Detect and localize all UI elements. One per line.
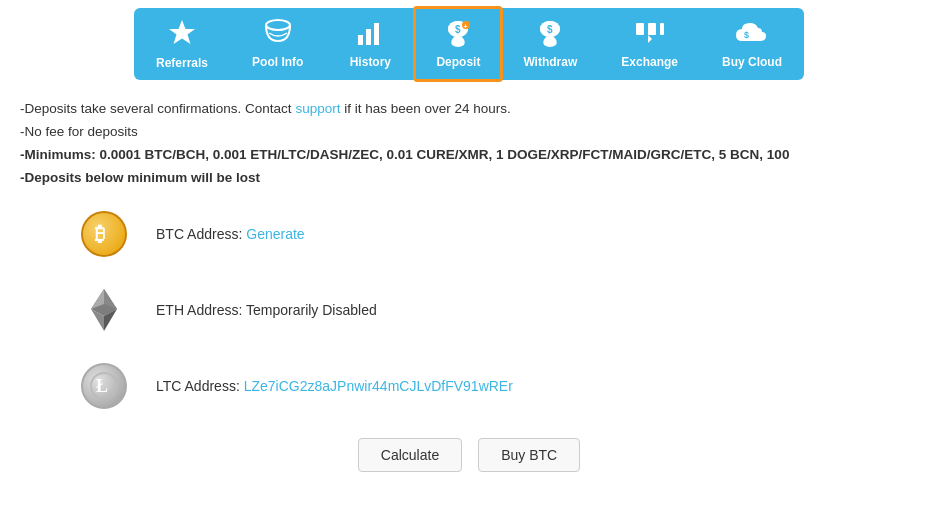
withdraw-icon: $: [534, 19, 566, 51]
nav-container: Referrals Pool Info: [134, 8, 804, 80]
btc-generate-link[interactable]: Generate: [246, 226, 304, 242]
eth-label: ETH Address: Temporarily Disabled: [156, 302, 377, 318]
nav-item-exchange[interactable]: Exchange: [599, 8, 700, 80]
svg-text:$: $: [455, 24, 461, 35]
exchange-icon: [634, 19, 666, 51]
info-line1-prefix: -Deposits take several confirmations. Co…: [20, 101, 295, 116]
eth-icon: [80, 286, 128, 334]
svg-rect-17: [660, 23, 664, 35]
info-line2: -No fee for deposits: [20, 121, 918, 144]
ltc-label: LTC Address: LZe7iCG2z8aJPnwir44mCJLvDfF…: [156, 378, 513, 394]
deposit-icon: $ +: [442, 19, 474, 51]
support-link[interactable]: support: [295, 101, 340, 116]
eth-diamond: [87, 287, 121, 333]
nav-item-buy-cloud[interactable]: $ Buy Cloud: [700, 8, 804, 80]
nav-item-referrals[interactable]: Referrals: [134, 8, 230, 80]
nav-item-withdraw[interactable]: $ Withdraw: [501, 8, 599, 80]
info-line1: -Deposits take several confirmations. Co…: [20, 98, 918, 121]
nav-label-deposit: Deposit: [436, 55, 480, 69]
svg-rect-2: [358, 35, 363, 45]
svg-text:$: $: [547, 24, 553, 35]
coin-section: ₿ BTC Address: Generate: [80, 210, 918, 410]
star-icon: [167, 18, 197, 52]
info-line3: -Minimums: 0.0001 BTC/BCH, 0.001 ETH/LTC…: [20, 144, 918, 167]
ltc-icon: Ł: [80, 362, 128, 410]
btc-row: ₿ BTC Address: Generate: [80, 210, 918, 258]
info-block: -Deposits take several confirmations. Co…: [20, 98, 918, 190]
nav-label-exchange: Exchange: [621, 55, 678, 69]
nav-item-history[interactable]: History: [325, 8, 415, 80]
svg-rect-3: [366, 29, 371, 45]
nav-item-pool-info[interactable]: Pool Info: [230, 8, 325, 80]
history-icon: [356, 19, 384, 51]
button-row: Calculate Buy BTC: [20, 438, 918, 472]
btc-circle: ₿: [81, 211, 127, 257]
svg-point-1: [266, 20, 290, 30]
nav-label-pool-info: Pool Info: [252, 55, 303, 69]
nav-label-referrals: Referrals: [156, 56, 208, 70]
nav-bar: Referrals Pool Info: [0, 0, 938, 80]
svg-marker-0: [169, 20, 195, 44]
nav-item-deposit[interactable]: $ + Deposit: [413, 6, 503, 82]
svg-text:+: +: [464, 23, 468, 30]
svg-rect-16: [648, 23, 656, 35]
nav-label-withdraw: Withdraw: [523, 55, 577, 69]
svg-text:$: $: [744, 30, 749, 40]
svg-rect-15: [636, 23, 644, 35]
ltc-circle: Ł: [81, 363, 127, 409]
content-area: -Deposits take several confirmations. Co…: [0, 98, 938, 492]
eth-row: ETH Address: Temporarily Disabled: [80, 286, 918, 334]
svg-text:Ł: Ł: [96, 376, 108, 396]
pool-info-icon: [263, 19, 293, 51]
nav-label-history: History: [350, 55, 391, 69]
buy-btc-button[interactable]: Buy BTC: [478, 438, 580, 472]
svg-text:₿: ₿: [95, 223, 105, 245]
info-line4: -Deposits below minimum will be lost: [20, 167, 918, 190]
nav-label-buy-cloud: Buy Cloud: [722, 55, 782, 69]
btc-label-text: BTC Address:: [156, 226, 246, 242]
info-line1-suffix: if it has been over 24 hours.: [340, 101, 510, 116]
btc-label: BTC Address: Generate: [156, 226, 305, 242]
ltc-row: Ł LTC Address: LZe7iCG2z8aJPnwir44mCJLvD…: [80, 362, 918, 410]
eth-label-text: ETH Address: Temporarily Disabled: [156, 302, 377, 318]
ltc-address-link[interactable]: LZe7iCG2z8aJPnwir44mCJLvDfFV91wREr: [244, 378, 513, 394]
ltc-label-text: LTC Address:: [156, 378, 244, 394]
buy-cloud-icon: $: [734, 19, 770, 51]
btc-icon: ₿: [80, 210, 128, 258]
page-wrapper: Referrals Pool Info: [0, 0, 938, 512]
calculate-button[interactable]: Calculate: [358, 438, 462, 472]
svg-rect-4: [374, 23, 379, 45]
